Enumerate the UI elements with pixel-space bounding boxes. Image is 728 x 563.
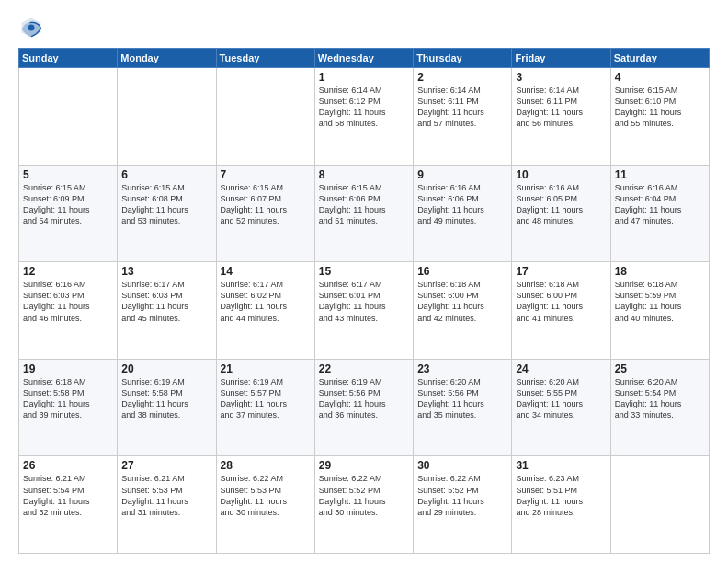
week-row-3: 12Sunrise: 6:16 AM Sunset: 6:03 PM Dayli… bbox=[19, 262, 710, 360]
day-number: 17 bbox=[516, 265, 606, 278]
day-number: 1 bbox=[319, 71, 409, 84]
calendar-cell: 13Sunrise: 6:17 AM Sunset: 6:03 PM Dayli… bbox=[118, 262, 216, 360]
day-info: Sunrise: 6:16 AM Sunset: 6:06 PM Dayligh… bbox=[417, 182, 507, 227]
week-row-2: 5Sunrise: 6:15 AM Sunset: 6:09 PM Daylig… bbox=[19, 165, 710, 262]
calendar-cell: 10Sunrise: 6:16 AM Sunset: 6:05 PM Dayli… bbox=[512, 165, 610, 262]
day-info: Sunrise: 6:14 AM Sunset: 6:12 PM Dayligh… bbox=[319, 85, 409, 130]
day-info: Sunrise: 6:19 AM Sunset: 5:56 PM Dayligh… bbox=[319, 376, 409, 421]
weekday-header-saturday: Saturday bbox=[610, 49, 709, 68]
day-info: Sunrise: 6:20 AM Sunset: 5:55 PM Dayligh… bbox=[516, 376, 606, 421]
day-info: Sunrise: 6:16 AM Sunset: 6:04 PM Dayligh… bbox=[615, 182, 705, 227]
calendar-cell: 23Sunrise: 6:20 AM Sunset: 5:56 PM Dayli… bbox=[414, 359, 512, 456]
day-number: 29 bbox=[319, 459, 409, 472]
day-info: Sunrise: 6:18 AM Sunset: 5:58 PM Dayligh… bbox=[23, 376, 113, 421]
calendar-cell: 19Sunrise: 6:18 AM Sunset: 5:58 PM Dayli… bbox=[19, 359, 118, 456]
calendar-cell: 31Sunrise: 6:23 AM Sunset: 5:51 PM Dayli… bbox=[512, 456, 610, 554]
day-info: Sunrise: 6:20 AM Sunset: 5:54 PM Dayligh… bbox=[615, 376, 705, 421]
weekday-header-friday: Friday bbox=[512, 49, 610, 68]
calendar-cell: 7Sunrise: 6:15 AM Sunset: 6:07 PM Daylig… bbox=[216, 165, 314, 262]
day-info: Sunrise: 6:17 AM Sunset: 6:01 PM Dayligh… bbox=[319, 279, 409, 324]
weekday-header-row: SundayMondayTuesdayWednesdayThursdayFrid… bbox=[19, 49, 710, 68]
day-info: Sunrise: 6:15 AM Sunset: 6:06 PM Dayligh… bbox=[319, 182, 409, 227]
day-number: 30 bbox=[417, 459, 507, 472]
day-info: Sunrise: 6:18 AM Sunset: 5:59 PM Dayligh… bbox=[615, 279, 705, 324]
calendar-cell: 26Sunrise: 6:21 AM Sunset: 5:54 PM Dayli… bbox=[19, 456, 118, 554]
calendar-cell: 30Sunrise: 6:22 AM Sunset: 5:52 PM Dayli… bbox=[414, 456, 512, 554]
calendar-cell: 11Sunrise: 6:16 AM Sunset: 6:04 PM Dayli… bbox=[610, 165, 709, 262]
calendar-cell bbox=[19, 68, 118, 166]
weekday-header-wednesday: Wednesday bbox=[314, 49, 413, 68]
day-number: 4 bbox=[615, 71, 705, 84]
day-info: Sunrise: 6:16 AM Sunset: 6:05 PM Dayligh… bbox=[516, 182, 606, 227]
day-info: Sunrise: 6:19 AM Sunset: 5:57 PM Dayligh… bbox=[221, 376, 311, 421]
day-info: Sunrise: 6:21 AM Sunset: 5:54 PM Dayligh… bbox=[23, 473, 113, 518]
day-info: Sunrise: 6:22 AM Sunset: 5:52 PM Dayligh… bbox=[417, 473, 507, 518]
page: SundayMondayTuesdayWednesdayThursdayFrid… bbox=[0, 0, 728, 563]
day-number: 19 bbox=[23, 362, 113, 375]
day-info: Sunrise: 6:14 AM Sunset: 6:11 PM Dayligh… bbox=[417, 85, 507, 130]
calendar-cell: 5Sunrise: 6:15 AM Sunset: 6:09 PM Daylig… bbox=[19, 165, 118, 262]
day-number: 12 bbox=[23, 265, 113, 278]
calendar-cell: 18Sunrise: 6:18 AM Sunset: 5:59 PM Dayli… bbox=[610, 262, 709, 360]
calendar-cell: 28Sunrise: 6:22 AM Sunset: 5:53 PM Dayli… bbox=[216, 456, 314, 554]
calendar-cell bbox=[610, 456, 709, 554]
day-info: Sunrise: 6:17 AM Sunset: 6:02 PM Dayligh… bbox=[221, 279, 311, 324]
day-number: 20 bbox=[121, 362, 211, 375]
day-info: Sunrise: 6:22 AM Sunset: 5:53 PM Dayligh… bbox=[221, 473, 311, 518]
calendar-cell: 4Sunrise: 6:15 AM Sunset: 6:10 PM Daylig… bbox=[610, 68, 709, 166]
day-number: 9 bbox=[417, 168, 507, 181]
day-info: Sunrise: 6:15 AM Sunset: 6:07 PM Dayligh… bbox=[221, 182, 311, 227]
day-info: Sunrise: 6:18 AM Sunset: 6:00 PM Dayligh… bbox=[417, 279, 507, 324]
day-info: Sunrise: 6:14 AM Sunset: 6:11 PM Dayligh… bbox=[516, 85, 606, 130]
day-info: Sunrise: 6:15 AM Sunset: 6:08 PM Dayligh… bbox=[121, 182, 211, 227]
day-info: Sunrise: 6:16 AM Sunset: 6:03 PM Dayligh… bbox=[23, 279, 113, 324]
day-number: 8 bbox=[319, 168, 409, 181]
calendar-cell: 8Sunrise: 6:15 AM Sunset: 6:06 PM Daylig… bbox=[314, 165, 413, 262]
week-row-5: 26Sunrise: 6:21 AM Sunset: 5:54 PM Dayli… bbox=[19, 456, 710, 554]
day-number: 18 bbox=[615, 265, 705, 278]
calendar-cell: 9Sunrise: 6:16 AM Sunset: 6:06 PM Daylig… bbox=[414, 165, 512, 262]
calendar-cell: 24Sunrise: 6:20 AM Sunset: 5:55 PM Dayli… bbox=[512, 359, 610, 456]
day-number: 14 bbox=[221, 265, 311, 278]
calendar-cell: 16Sunrise: 6:18 AM Sunset: 6:00 PM Dayli… bbox=[414, 262, 512, 360]
day-number: 23 bbox=[417, 362, 507, 375]
calendar-cell: 25Sunrise: 6:20 AM Sunset: 5:54 PM Dayli… bbox=[610, 359, 709, 456]
svg-point-1 bbox=[28, 25, 35, 31]
day-number: 3 bbox=[516, 71, 606, 84]
day-number: 24 bbox=[516, 362, 606, 375]
calendar-cell: 20Sunrise: 6:19 AM Sunset: 5:58 PM Dayli… bbox=[118, 359, 216, 456]
weekday-header-sunday: Sunday bbox=[19, 49, 118, 68]
calendar-cell: 29Sunrise: 6:22 AM Sunset: 5:52 PM Dayli… bbox=[314, 456, 413, 554]
week-row-4: 19Sunrise: 6:18 AM Sunset: 5:58 PM Dayli… bbox=[19, 359, 710, 456]
day-info: Sunrise: 6:18 AM Sunset: 6:00 PM Dayligh… bbox=[516, 279, 606, 324]
day-info: Sunrise: 6:22 AM Sunset: 5:52 PM Dayligh… bbox=[319, 473, 409, 518]
day-number: 11 bbox=[615, 168, 705, 181]
calendar-cell: 27Sunrise: 6:21 AM Sunset: 5:53 PM Dayli… bbox=[118, 456, 216, 554]
weekday-header-monday: Monday bbox=[118, 49, 216, 68]
logo-icon bbox=[18, 15, 44, 40]
day-number: 5 bbox=[23, 168, 113, 181]
calendar-cell: 1Sunrise: 6:14 AM Sunset: 6:12 PM Daylig… bbox=[314, 68, 413, 166]
day-number: 22 bbox=[319, 362, 409, 375]
day-info: Sunrise: 6:23 AM Sunset: 5:51 PM Dayligh… bbox=[516, 473, 606, 518]
week-row-1: 1Sunrise: 6:14 AM Sunset: 6:12 PM Daylig… bbox=[19, 68, 710, 166]
calendar-cell: 17Sunrise: 6:18 AM Sunset: 6:00 PM Dayli… bbox=[512, 262, 610, 360]
day-number: 21 bbox=[221, 362, 311, 375]
day-number: 7 bbox=[221, 168, 311, 181]
calendar-table: SundayMondayTuesdayWednesdayThursdayFrid… bbox=[18, 48, 710, 554]
day-info: Sunrise: 6:15 AM Sunset: 6:10 PM Dayligh… bbox=[615, 85, 705, 130]
calendar-cell: 15Sunrise: 6:17 AM Sunset: 6:01 PM Dayli… bbox=[314, 262, 413, 360]
calendar-cell bbox=[216, 68, 314, 166]
calendar-cell: 12Sunrise: 6:16 AM Sunset: 6:03 PM Dayli… bbox=[19, 262, 118, 360]
day-info: Sunrise: 6:20 AM Sunset: 5:56 PM Dayligh… bbox=[417, 376, 507, 421]
calendar-cell: 6Sunrise: 6:15 AM Sunset: 6:08 PM Daylig… bbox=[118, 165, 216, 262]
day-number: 13 bbox=[121, 265, 211, 278]
day-number: 15 bbox=[319, 265, 409, 278]
day-number: 16 bbox=[417, 265, 507, 278]
weekday-header-thursday: Thursday bbox=[414, 49, 512, 68]
calendar-cell: 21Sunrise: 6:19 AM Sunset: 5:57 PM Dayli… bbox=[216, 359, 314, 456]
day-number: 31 bbox=[516, 459, 606, 472]
day-info: Sunrise: 6:21 AM Sunset: 5:53 PM Dayligh… bbox=[121, 473, 211, 518]
header bbox=[18, 15, 710, 40]
day-number: 25 bbox=[615, 362, 705, 375]
